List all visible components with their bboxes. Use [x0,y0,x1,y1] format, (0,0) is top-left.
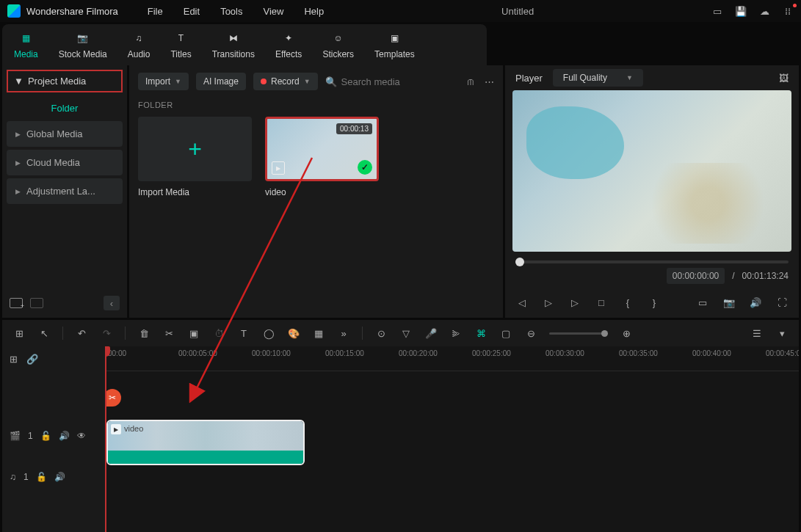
music-icon: ♫ [131,30,147,46]
media-item-video[interactable]: 00:00:13 ▶ ✓ video [265,117,379,197]
lock-icon[interactable]: 🔓 [40,431,51,441]
snapshot-icon[interactable]: 🖼 [779,73,789,84]
tab-templates-label: Templates [374,49,415,59]
marker-dot-icon[interactable]: ⊙ [374,327,388,340]
add-track-icon[interactable]: ⊞ [12,327,26,340]
stop-button[interactable]: □ [595,296,608,309]
ai-image-button[interactable]: AI Image [196,73,246,90]
filter-icon[interactable]: ⫙ [466,76,476,87]
mute-icon[interactable]: 🔊 [59,431,70,441]
tab-effects[interactable]: ✦ Effects [275,30,302,59]
sidebar-adjustment-layer[interactable]: ▶ Adjustment La... [7,178,123,204]
color-icon[interactable]: ◯ [262,327,275,340]
lock-icon[interactable]: 🔓 [36,472,47,482]
link-icon[interactable]: 🔗 [26,354,38,365]
menu-edit[interactable]: Edit [184,6,200,17]
mixer-icon[interactable]: ⫸ [449,327,463,340]
fullscreen-icon[interactable]: ⛶ [775,296,789,309]
play-backward-button[interactable]: ▷ [542,296,555,309]
mark-in-button[interactable]: { [621,296,634,309]
visibility-icon[interactable]: 👁 [77,431,86,441]
mark-out-button[interactable]: } [648,296,661,309]
add-track-button[interactable]: ⊞ [10,354,18,365]
undo-icon[interactable]: ↶ [75,327,88,340]
zoom-in-icon[interactable]: ⊕ [620,327,633,340]
mute-icon[interactable]: 🔊 [54,472,65,482]
tab-media[interactable]: ▦ Media [14,30,38,59]
split-icon[interactable]: ✂ [162,327,175,340]
video-track[interactable]: ▶ video [105,415,799,456]
quality-dropdown[interactable]: Full Quality ▼ [553,69,643,87]
check-icon: ✓ [358,160,372,175]
search-placeholder: Search media [341,76,400,87]
tab-audio[interactable]: ♫ Audio [128,30,151,59]
global-media-label: Global Media [26,128,83,139]
sidebar-cloud-media[interactable]: ▶ Cloud Media [7,150,123,175]
menu-tools[interactable]: Tools [220,6,242,17]
marker-icon[interactable]: ▽ [399,327,413,340]
settings-dropdown-icon[interactable]: ▾ [775,327,789,340]
search-input[interactable]: 🔍 Search media [325,76,459,87]
display-icon[interactable]: ▭ [696,296,709,309]
sidebar-global-media[interactable]: ▶ Global Media [7,121,123,147]
zoom-out-icon[interactable]: ⊖ [524,327,537,340]
seek-bar[interactable] [515,260,789,263]
preview-viewport[interactable] [512,90,791,252]
video-track-header[interactable]: 🎬 1 🔓 🔊 👁 [2,415,105,456]
delete-icon[interactable]: 🗑 [137,327,151,340]
title-bar: Wondershare Filmora File Edit Tools View… [0,0,801,22]
menu-help[interactable]: Help [304,6,324,17]
magnet-icon[interactable]: ⌘ [474,327,488,340]
tab-stickers[interactable]: ☺ Stickers [322,30,354,59]
tab-media-label: Media [14,49,38,59]
volume-icon[interactable]: 🔊 [749,296,762,309]
seek-handle[interactable] [515,258,524,266]
tab-stock-media[interactable]: 📷 Stock Media [59,30,107,59]
play-button[interactable]: ▷ [568,296,581,309]
plus-icon: + [138,117,252,181]
timeline: ⊞ 🔗 🎬 1 🔓 🔊 👁 ♫ 1 🔓 🔊 00:00 00:00:05:00 … [2,346,799,532]
prev-frame-button[interactable]: ◁ [515,296,529,309]
tab-transitions[interactable]: ⧓ Transitions [212,30,255,59]
greenscreen-icon[interactable]: ▦ [312,327,325,340]
speed-icon[interactable]: ⏱ [212,327,225,340]
save-icon[interactable]: 💾 [735,5,747,17]
preview-panel: Player Full Quality ▼ 🖼 00:00:00:00 / 00… [505,65,799,318]
collapse-sidebar-button[interactable]: ‹ [104,296,120,310]
link-tool-icon[interactable]: ▢ [499,327,512,340]
menu-file[interactable]: File [148,6,163,17]
tick: 00:00:20:00 [399,349,438,357]
audio-track-header[interactable]: ♫ 1 🔓 🔊 [2,456,105,498]
timeline-body[interactable]: 00:00 00:00:05:00 00:00:10:00 00:00:15:0… [105,346,799,532]
folder-label[interactable]: Folder [2,97,127,120]
audio-track[interactable] [105,456,799,498]
cursor-icon[interactable]: ↖ [37,327,51,340]
import-media-tile[interactable]: + Import Media [138,117,252,197]
mic-icon[interactable]: 🎤 [424,327,438,340]
more-tools-icon[interactable]: » [337,327,350,340]
cloud-media-label: Cloud Media [26,157,80,168]
timeline-ruler[interactable]: 00:00 00:00:05:00 00:00:10:00 00:00:15:0… [105,346,799,371]
playhead[interactable] [105,346,106,532]
tab-titles[interactable]: T Titles [170,30,191,59]
redo-icon[interactable]: ↷ [100,327,113,340]
sidebar-project-media[interactable]: ▼ Project Media [7,70,123,92]
apps-icon[interactable]: ⁞⁞ [782,5,794,17]
palette-icon[interactable]: 🎨 [287,327,300,340]
text-tool-icon[interactable]: T [237,327,250,340]
time-separator: / [732,271,734,281]
record-dropdown[interactable]: Record ▼ [253,73,318,90]
import-label: Import [145,76,170,87]
tab-templates[interactable]: ▣ Templates [374,30,415,59]
crop-icon[interactable]: ▣ [187,327,200,340]
cloud-icon[interactable]: ☁ [758,5,770,17]
list-view-icon[interactable]: ☰ [750,327,764,340]
new-folder-icon[interactable]: + [10,298,23,308]
device-icon[interactable]: ▭ [711,5,723,17]
snapshot-button[interactable]: 📷 [722,296,736,309]
menu-view[interactable]: View [263,6,283,17]
import-dropdown[interactable]: Import ▼ [138,73,189,90]
more-icon[interactable]: ⋯ [485,76,494,87]
zoom-slider[interactable] [549,332,608,335]
folder-icon[interactable] [30,298,43,308]
